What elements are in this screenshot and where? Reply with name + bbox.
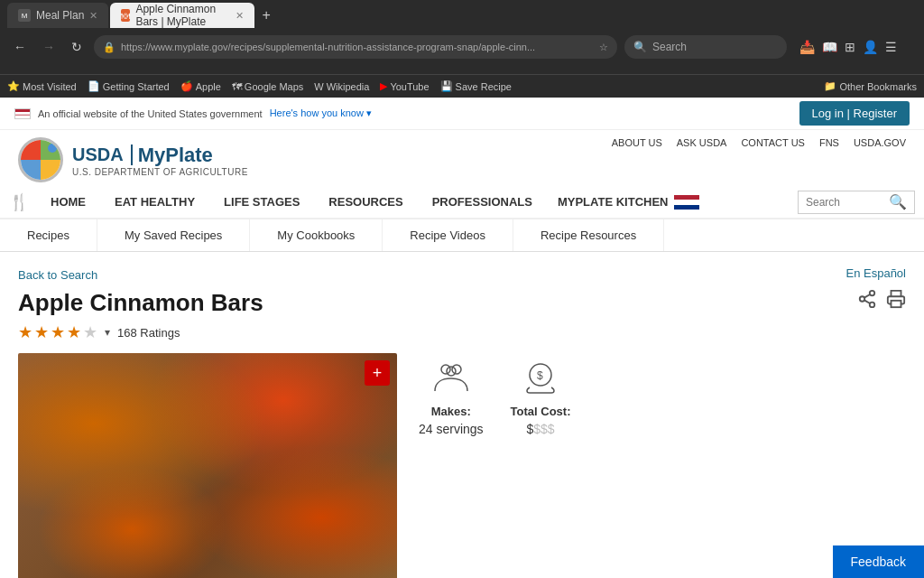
nav-myplate-kitchen[interactable]: MYPLATE KITCHEN bbox=[547, 188, 710, 217]
star-2: ★ bbox=[34, 322, 49, 342]
heres-how-text: Here's how you know bbox=[270, 107, 364, 118]
sub-nav-recipes[interactable]: Recipes bbox=[0, 219, 97, 251]
logo-area: USDA MyPlate U.S. DEPARTMENT OF AGRICULT… bbox=[18, 137, 248, 182]
main-nav-inner: 🍴 HOME EAT HEALTHY LIFE STAGES RESOURCES… bbox=[0, 186, 924, 218]
menu-icon[interactable]: ☰ bbox=[885, 40, 897, 54]
contact-us-link[interactable]: CONTACT US bbox=[741, 137, 805, 148]
profile-icon[interactable]: 👤 bbox=[863, 40, 878, 54]
plate-quadrant-yellow bbox=[41, 160, 60, 180]
makes-value: 24 servings bbox=[419, 422, 484, 436]
sync-icon[interactable]: ⊞ bbox=[845, 40, 855, 54]
main-nav: 🍴 HOME EAT HEALTHY LIFE STAGES RESOURCES… bbox=[0, 186, 924, 219]
forward-button[interactable]: → bbox=[38, 38, 60, 56]
food-background bbox=[18, 353, 397, 578]
recipe-image-wrap: + bbox=[18, 353, 397, 578]
bookmark-wikipedia[interactable]: W Wikipedia bbox=[314, 81, 369, 92]
sub-nav-recipe-videos[interactable]: Recipe Videos bbox=[383, 219, 513, 251]
tab-bar: M Meal Plan ✕ 🍽 Apple Cinnamon Bars | My… bbox=[0, 0, 924, 31]
recipe-title: Apple Cinnamon Bars bbox=[18, 289, 263, 317]
bookmark-other[interactable]: 📁 Other Bookmarks bbox=[824, 80, 917, 92]
new-tab-button[interactable]: + bbox=[256, 7, 275, 23]
nav-life-stages[interactable]: LIFE STAGES bbox=[209, 186, 314, 218]
bookmark-youtube[interactable]: ▶ YouTube bbox=[380, 80, 429, 92]
login-register-button[interactable]: Log in | Register bbox=[799, 101, 910, 126]
print-button[interactable] bbox=[886, 289, 906, 313]
fns-link[interactable]: FNS bbox=[819, 137, 839, 148]
plate-quadrant-red bbox=[21, 140, 41, 160]
nav-search-input[interactable] bbox=[806, 196, 889, 209]
bookmark-label-3: Apple bbox=[196, 81, 221, 92]
bookmark-label-2: Getting Started bbox=[103, 81, 170, 92]
address-bar[interactable]: 🔒 https://www.myplate.gov/recipes/supple… bbox=[94, 35, 617, 59]
tab-meal-plan[interactable]: M Meal Plan ✕ bbox=[7, 3, 108, 28]
bookmark-google-maps[interactable]: 🗺 Google Maps bbox=[232, 81, 303, 92]
rating-count: 168 Ratings bbox=[117, 326, 180, 340]
myplate-label: MyPlate bbox=[138, 144, 213, 167]
bookmark-apple[interactable]: 🍎 Apple bbox=[180, 80, 221, 92]
dept-label: U.S. DEPARTMENT OF AGRICULTURE bbox=[72, 167, 248, 177]
star-rating[interactable]: ★ ★ ★ ★ ★ bbox=[18, 322, 97, 342]
browser-search-label: Search bbox=[652, 41, 687, 53]
nav-eat-healthy[interactable]: EAT HEALTHY bbox=[100, 186, 209, 218]
star-icon: ☆ bbox=[599, 42, 608, 53]
heres-how-link[interactable]: Here's how you know ▾ bbox=[270, 107, 372, 119]
feedback-button[interactable]: Feedback bbox=[833, 545, 924, 578]
share-button[interactable] bbox=[857, 289, 877, 313]
recipe-header: Apple Cinnamon Bars bbox=[18, 289, 906, 317]
meta-row: Makes: 24 servings $ Total Cost: bbox=[419, 362, 906, 436]
svg-line-3 bbox=[864, 300, 870, 303]
nav-professionals[interactable]: PROFESSIONALS bbox=[418, 186, 547, 218]
nav-search-box[interactable]: 🔍 bbox=[798, 191, 915, 214]
us-flag-icon bbox=[14, 108, 31, 119]
ask-usda-link[interactable]: ASK USDA bbox=[677, 137, 727, 148]
bookmark-save-recipe[interactable]: 💾 Save Recipe bbox=[440, 80, 512, 92]
about-us-link[interactable]: ABOUT US bbox=[612, 137, 662, 148]
kitchen-flag-icon bbox=[674, 195, 699, 210]
nav-home[interactable]: HOME bbox=[36, 186, 100, 218]
tab-close-2[interactable]: ✕ bbox=[236, 10, 244, 22]
address-text: https://www.myplate.gov/recipes/suppleme… bbox=[121, 42, 535, 52]
pocket-icon[interactable]: 📥 bbox=[799, 40, 815, 54]
add-to-cookbook-button[interactable]: + bbox=[365, 360, 390, 386]
bookmark-label-5: Wikipedia bbox=[327, 81, 370, 92]
reload-button[interactable]: ↻ bbox=[67, 38, 87, 56]
recipe-meta: Makes: 24 servings $ Total Cost: bbox=[419, 353, 906, 578]
svg-point-7 bbox=[452, 365, 461, 374]
recipe-actions bbox=[857, 289, 906, 313]
tab-myplate[interactable]: 🍽 Apple Cinnamon Bars | MyPlate ✕ bbox=[110, 3, 254, 28]
usda-gov-link[interactable]: USDA.GOV bbox=[854, 137, 906, 148]
cost-icon: $ bbox=[522, 362, 559, 401]
tab-label-1: Meal Plan bbox=[36, 9, 84, 22]
bookmark-icon-2: 📄 bbox=[88, 80, 100, 92]
plate-quadrant-blue bbox=[21, 160, 41, 180]
cost-item: $ Total Cost: $$$$ bbox=[511, 362, 571, 436]
back-button[interactable]: ← bbox=[9, 38, 31, 56]
tab-close-1[interactable]: ✕ bbox=[89, 10, 97, 22]
tab-label-2: Apple Cinnamon Bars | MyPlate bbox=[135, 3, 230, 28]
bookmark-label-8: Other Bookmarks bbox=[839, 81, 917, 92]
bookmark-most-visited[interactable]: ⭐ Most Visited bbox=[7, 80, 77, 92]
espanol-link[interactable]: En Español bbox=[846, 266, 907, 280]
recipe-image bbox=[18, 353, 397, 578]
browser-search-box[interactable]: 🔍 Search bbox=[624, 35, 787, 59]
bookmark-getting-started[interactable]: 📄 Getting Started bbox=[88, 80, 170, 92]
reader-icon[interactable]: 📖 bbox=[822, 40, 837, 54]
bookmark-label-1: Most Visited bbox=[23, 81, 77, 92]
gov-banner: An official website of the United States… bbox=[0, 98, 924, 130]
page-content: ⭐ Most Visited 📄 Getting Started 🍎 Apple… bbox=[0, 74, 924, 578]
servings-icon bbox=[433, 362, 469, 401]
rating-dropdown[interactable]: ▾ bbox=[105, 326, 110, 339]
fork-knife-icon: 🍴 bbox=[9, 192, 29, 212]
usda-label: USDA bbox=[72, 144, 133, 165]
nav-bar: ← → ↻ 🔒 https://www.myplate.gov/recipes/… bbox=[0, 31, 924, 63]
sub-nav-cookbooks[interactable]: My Cookbooks bbox=[250, 219, 383, 251]
nav-resources[interactable]: RESOURCES bbox=[314, 186, 417, 218]
sub-nav-saved-recipes[interactable]: My Saved Recipes bbox=[97, 219, 250, 251]
cost-dollar-grey: $$$ bbox=[533, 422, 554, 436]
star-1: ★ bbox=[18, 322, 32, 342]
back-to-search-link[interactable]: Back to Search bbox=[18, 268, 97, 282]
site-header: USDA MyPlate U.S. DEPARTMENT OF AGRICULT… bbox=[0, 130, 924, 186]
nav-search-icon[interactable]: 🔍 bbox=[889, 193, 907, 210]
bookmark-label-6: YouTube bbox=[390, 81, 429, 92]
sub-nav-recipe-resources[interactable]: Recipe Resources bbox=[513, 219, 664, 251]
